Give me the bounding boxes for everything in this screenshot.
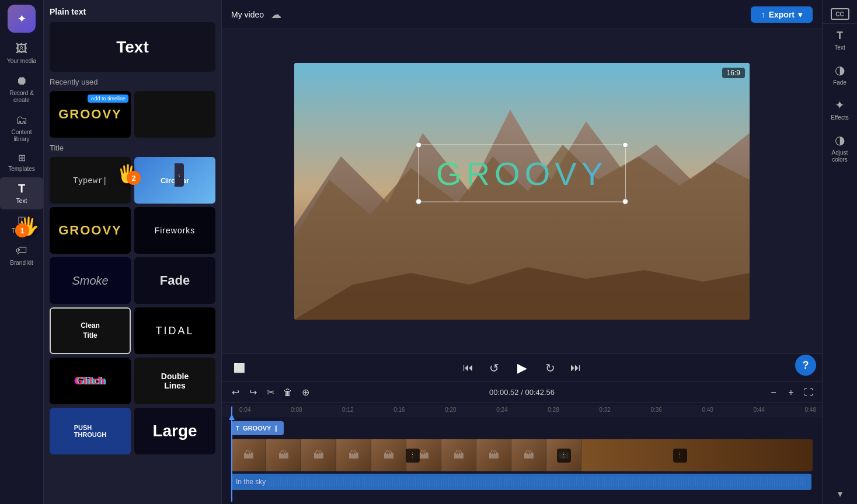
playhead[interactable] [231,417,232,502]
recently-used-label: Recently used [50,78,215,86]
fade-card[interactable]: Fade [134,257,215,304]
clean-title-card[interactable]: CleanTitle [50,307,131,354]
export-button[interactable]: ↑ Export ▾ [751,6,813,23]
your-media-icon: 🖼 [16,42,27,55]
zoom-in-button[interactable]: + [783,385,799,400]
sidebar-nav: ✦ 🖼 Your media ⏺ Record &create 🗂 Conten… [0,0,44,504]
audio-track[interactable]: In the sky [231,474,811,490]
double-lines-card[interactable]: DoubleLines [134,358,215,404]
timeline-ruler: 0:04 0:08 0:12 0:16 0:20 0:24 0:28 0:32 … [222,405,822,417]
empty-recently-used-card[interactable] [134,91,215,138]
timeline-zoom-controls: − + ⛶ [766,385,816,400]
add-media-button[interactable]: ⊕ [298,385,313,400]
timeline-area: ↩ ↪ ✂ 🗑 ⊕ 00:00.52 / 00:42.56 − + ⛶ [222,382,822,504]
timeline-time-display: 00:00.52 / 00:42.56 [489,388,555,397]
plain-text-card[interactable]: Text [50,22,215,72]
smoke-card[interactable]: Smoke [50,257,131,304]
handle-bottom-left[interactable] [416,199,421,205]
video-thumb-2: 🏔 [266,439,301,471]
add-to-timeline-tooltip: Add to timeline [88,94,128,103]
large-card[interactable]: Large [134,408,215,454]
sidebar-item-record-create[interactable]: ⏺ Record &create [0,69,43,108]
video-thumb-8: 🏔 [476,439,511,471]
tracks-container: T GROOVY ‖ 🏔 🏔 🏔 🏔 🏔 🏔 🏔 [222,417,822,502]
groovy-clip[interactable]: T GROOVY ‖ [231,421,284,435]
subtitle-toggle-button[interactable]: ⬜ [231,360,248,376]
groovy-recently-used-card[interactable]: GROOVY Add to timeline [50,91,131,138]
help-button[interactable]: ? [795,355,816,376]
audio-waveform [268,477,807,487]
content-library-icon: 🗂 [16,113,27,127]
sidebar-item-templates[interactable]: ⊞ Templates [0,148,43,177]
panel-collapse-button[interactable]: ‹ [175,163,184,187]
project-title: My video [231,10,264,19]
sidebar-item-content-library[interactable]: 🗂 Contentlibrary [0,108,43,148]
typewriter-text: Typewr| [73,176,107,185]
video-track-row: 🏔 🏔 🏔 🏔 🏔 🏔 🏔 🏔 🏔 🏔 ⋮ ⋮ ⋮ [231,439,813,471]
undo-button[interactable]: ↩ [228,385,243,400]
zoom-out-button[interactable]: − [766,385,781,400]
right-panel-fade-icon: ◑ [835,63,845,77]
forward-5s-button[interactable]: ↻ [542,360,558,376]
app-logo[interactable]: ✦ [8,5,36,33]
handle-top-right[interactable] [622,142,628,148]
playback-bar: ⬜ ⏮ ↺ ▶ ↻ ⏭ ⛶ [222,354,822,382]
top-bar: My video ☁ ↑ Export ▾ [222,0,822,29]
right-panel-effects[interactable]: ✦ Effects [823,92,857,127]
preview-area: GROOVY 16:9 [222,29,822,354]
double-lines-text: DoubleLines [161,372,189,390]
groovy-title-text: GROOVY [58,223,122,238]
templates-icon: ⊞ [18,152,26,163]
cut-button[interactable]: ✂ [263,385,278,400]
handle-top-left[interactable] [416,142,421,148]
tidal-card[interactable]: TIDAL [134,307,215,354]
text-overlay[interactable]: GROOVY [418,145,626,202]
fireworks-text: Fireworks [155,226,196,235]
overlay-text-groovy: GROOVY [436,155,608,192]
main-area: My video ☁ ↑ Export ▾ [222,0,822,504]
title-section-label: Title [50,144,215,152]
push-through-text: PUSHTHROUGH [74,424,107,438]
sidebar-item-your-media[interactable]: 🖼 Your media [0,37,43,69]
sidebar-item-transitions[interactable]: ◫ Trans... [0,209,43,239]
push-through-card[interactable]: PUSHTHROUGH [50,408,131,454]
video-thumb-7: 🏔 [441,439,476,471]
delete-button[interactable]: 🗑 [280,385,295,400]
cloud-save-icon[interactable]: ☁ [271,8,281,21]
typewriter-card[interactable]: Typewr| [50,157,131,204]
video-track[interactable]: 🏔 🏔 🏔 🏔 🏔 🏔 🏔 🏔 🏔 🏔 ⋮ ⋮ ⋮ [231,439,813,471]
brand-kit-icon: 🏷 [16,244,27,257]
play-pause-button[interactable]: ▶ [511,358,532,379]
right-panel-fade[interactable]: ◑ Fade [823,57,857,92]
smoke-text: Smoke [72,274,108,288]
timeline-left-tools: ↩ ↪ ✂ 🗑 ⊕ [228,385,313,400]
export-icon: ↑ [761,10,765,19]
groovy-card-text: GROOVY [58,107,122,122]
right-panel-expand-button[interactable]: ▾ [838,488,842,499]
video-thumb-4: 🏔 [336,439,371,471]
right-panel-text[interactable]: T Text [823,24,857,57]
video-thumb-9: 🏔 [511,439,546,471]
expand-timeline-button[interactable]: ⛶ [801,385,816,400]
captions-button[interactable]: CC [831,8,849,20]
video-preview[interactable]: GROOVY 16:9 [294,63,750,320]
audio-track-row: In the sky [231,474,813,490]
right-panel-adjust-colors[interactable]: ◑ Adjustcolors [823,127,857,169]
redo-button[interactable]: ↪ [245,385,260,400]
groovy-title-card[interactable]: GROOVY [50,207,131,254]
skip-to-start-button[interactable]: ⏮ [460,360,476,376]
sidebar-item-brand-kit[interactable]: 🏷 Brand kit [0,239,43,271]
glitch-card[interactable]: Glitch [50,358,131,404]
audio-clip-label: In the sky [236,478,266,486]
split-marker-2: ⋮ [557,449,571,463]
rewind-5s-button[interactable]: ↺ [486,360,502,376]
split-marker-1: ⋮ [406,449,420,463]
handle-bottom-right[interactable] [622,199,628,205]
fade-text: Fade [160,273,190,288]
fireworks-card[interactable]: Fireworks [134,207,215,254]
skip-to-end-button[interactable]: ⏭ [567,360,584,376]
video-thumb-3: 🏔 [301,439,336,471]
clip-pause-icon: ‖ [274,425,277,432]
sidebar-item-text[interactable]: T Text [0,177,43,209]
split-marker-3: ⋮ [673,449,687,463]
